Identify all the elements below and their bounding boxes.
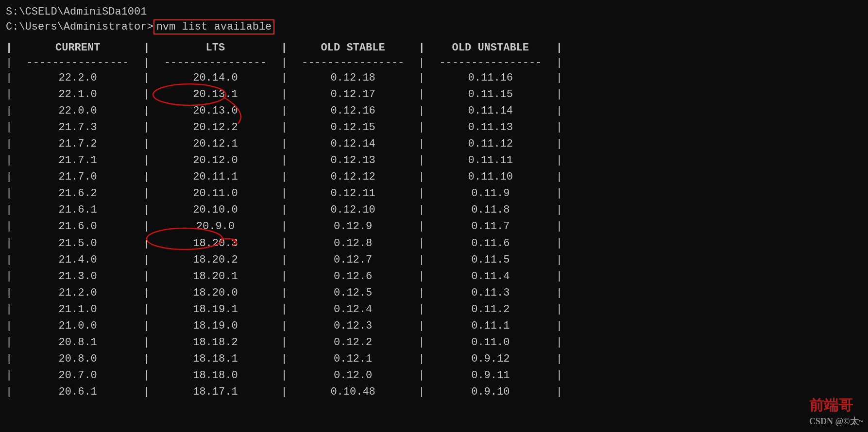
pipe: | <box>281 169 287 185</box>
pipe: | <box>419 334 425 351</box>
pipe: | <box>143 103 150 119</box>
cell-current: 21.6.0 <box>12 218 143 235</box>
cell-old-stable: 0.12.15 <box>288 119 419 136</box>
table-row: | 20.8.1 | 18.18.2 | 0.12.2 | 0.11.0 | <box>6 334 862 351</box>
pipe: | <box>143 252 150 268</box>
cell-lts: 20.14.0 <box>150 70 281 86</box>
pipe: | <box>143 218 150 235</box>
cell-current: 21.4.0 <box>12 252 143 268</box>
pipe: | <box>556 70 562 86</box>
pipe: | <box>281 86 287 103</box>
pipe: | <box>419 252 425 268</box>
cell-current: 21.3.0 <box>12 268 143 285</box>
cell-old-stable: 0.12.1 <box>288 351 419 367</box>
cell-lts: 18.20.3 <box>150 235 281 252</box>
pipe: | <box>6 136 12 152</box>
table-row: | 21.7.2 | 20.12.1 | 0.12.14 | 0.11.12 | <box>6 136 862 152</box>
pipe: | <box>556 136 562 152</box>
pipe: | <box>419 285 425 301</box>
table-row: | 21.6.0 | 20.9.0 | 0.12.9 | 0.11.7 | <box>6 218 862 235</box>
table-row: | 21.5.0 | 18.20.3 | 0.12.8 | 0.11.6 | <box>6 235 862 252</box>
pipe: | <box>281 103 287 119</box>
cell-current: 20.6.1 <box>12 384 143 400</box>
cell-old-stable: 0.12.17 <box>288 86 419 103</box>
cell-old-stable: 0.12.5 <box>288 285 419 301</box>
pipe: | <box>6 70 12 86</box>
cell-lts: 20.11.1 <box>150 169 281 185</box>
pipe: | <box>143 334 150 351</box>
pipe: | <box>143 152 150 169</box>
pipe: | <box>556 42 562 54</box>
pipe: | <box>419 351 425 367</box>
cell-old-unstable: 0.11.14 <box>425 103 556 119</box>
cell-old-unstable: 0.11.11 <box>425 152 556 169</box>
cell-lts: 20.13.0 <box>150 103 281 119</box>
pipe: | <box>556 119 562 136</box>
cell-current: 21.6.1 <box>12 202 143 218</box>
table-row: | 21.7.3 | 20.12.2 | 0.12.15 | 0.11.13 | <box>6 119 862 136</box>
cell-old-stable: 0.12.10 <box>288 202 419 218</box>
pipe: | <box>419 202 425 218</box>
pipe: | <box>6 334 12 351</box>
pipe: | <box>6 367 12 384</box>
pipe: | <box>419 86 425 103</box>
cell-lts: 18.18.0 <box>150 367 281 384</box>
pipe: | <box>556 351 562 367</box>
pipe: | <box>556 202 562 218</box>
cell-current: 21.7.3 <box>12 119 143 136</box>
pipe: | <box>281 367 287 384</box>
table-row: | 21.7.0 | 20.11.1 | 0.12.12 | 0.11.10 | <box>6 169 862 185</box>
pipe: | <box>6 119 12 136</box>
pipe: | <box>6 301 12 318</box>
pipe: | <box>143 367 150 384</box>
cell-current: 21.6.2 <box>12 185 143 202</box>
pipe: | <box>6 285 12 301</box>
table-row: | 21.0.0 | 18.19.0 | 0.12.3 | 0.11.1 | <box>6 318 862 334</box>
cell-lts: 18.20.0 <box>150 285 281 301</box>
pipe: | <box>143 268 150 285</box>
pipe: | <box>6 384 12 400</box>
header-lts: LTS <box>150 42 281 54</box>
pipe: | <box>6 152 12 169</box>
cell-current: 20.8.1 <box>12 334 143 351</box>
pipe: | <box>556 384 562 400</box>
cell-old-stable: 0.12.2 <box>288 334 419 351</box>
cell-old-stable: 0.12.3 <box>288 318 419 334</box>
pipe: | <box>6 268 12 285</box>
pipe: | <box>556 301 562 318</box>
pipe: | <box>419 367 425 384</box>
cell-old-unstable: 0.11.9 <box>425 185 556 202</box>
pipe: | <box>419 103 425 119</box>
cell-old-unstable: 0.11.13 <box>425 119 556 136</box>
cell-old-stable: 0.12.8 <box>288 235 419 252</box>
cell-old-stable: 0.12.0 <box>288 367 419 384</box>
table-header-row: | CURRENT | LTS | OLD STABLE | OLD UNSTA… <box>6 40 862 56</box>
cell-old-stable: 0.12.7 <box>288 252 419 268</box>
pipe: | <box>419 384 425 400</box>
header-old-stable: OLD STABLE <box>288 42 419 54</box>
pipe: | <box>556 185 562 202</box>
command-text: nvm list available <box>153 19 275 34</box>
cell-old-stable: 0.12.11 <box>288 185 419 202</box>
cell-old-unstable: 0.9.12 <box>425 351 556 367</box>
pipe: | <box>6 103 12 119</box>
cell-old-unstable: 0.11.8 <box>425 202 556 218</box>
cell-lts: 18.19.0 <box>150 318 281 334</box>
pipe: | <box>6 169 12 185</box>
cell-current: 21.0.0 <box>12 318 143 334</box>
cell-old-unstable: 0.11.15 <box>425 86 556 103</box>
prompt-line1: S:\CSELD\AdminiSDa1001 <box>6 5 862 20</box>
pipe: | <box>143 384 150 400</box>
cell-lts: 18.17.1 <box>150 384 281 400</box>
pipe: | <box>556 103 562 119</box>
cell-old-unstable: 0.11.16 <box>425 70 556 86</box>
cell-current: 20.7.0 <box>12 367 143 384</box>
pipe: | <box>419 318 425 334</box>
table-row: | 21.6.1 | 20.10.0 | 0.12.10 | 0.11.8 | <box>6 202 862 218</box>
pipe: | <box>556 169 562 185</box>
pipe: | <box>419 152 425 169</box>
pipe: | <box>281 252 287 268</box>
cell-old-stable: 0.12.4 <box>288 301 419 318</box>
cell-current: 22.0.0 <box>12 103 143 119</box>
pipe: | <box>143 119 150 136</box>
